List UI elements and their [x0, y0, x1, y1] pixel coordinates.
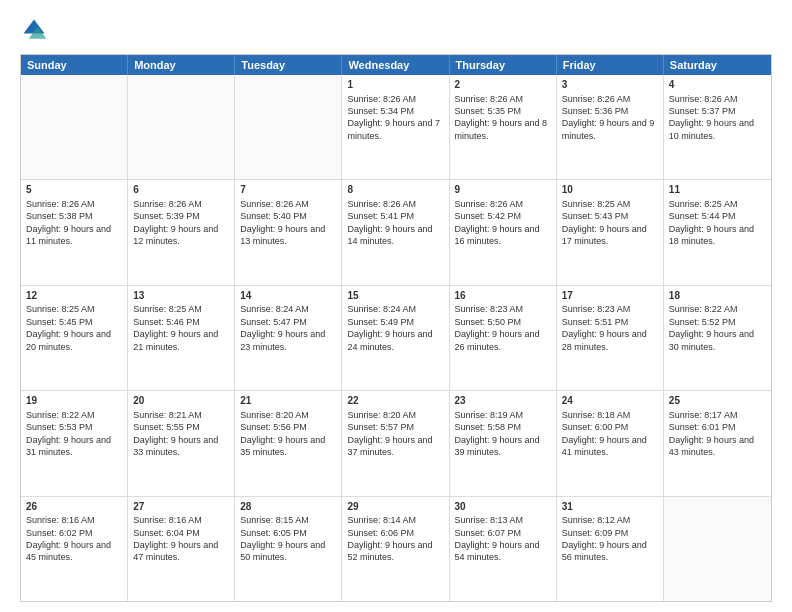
day-number: 12: [26, 289, 122, 303]
day-content: Sunrise: 8:17 AM Sunset: 6:01 PM Dayligh…: [669, 409, 766, 459]
header: [20, 16, 772, 44]
day-number: 6: [133, 183, 229, 197]
day-content: Sunrise: 8:12 AM Sunset: 6:09 PM Dayligh…: [562, 514, 658, 564]
day-number: 14: [240, 289, 336, 303]
day-cell-29: 29Sunrise: 8:14 AM Sunset: 6:06 PM Dayli…: [342, 497, 449, 601]
weekday-header-sunday: Sunday: [21, 55, 128, 75]
day-cell-23: 23Sunrise: 8:19 AM Sunset: 5:58 PM Dayli…: [450, 391, 557, 495]
day-number: 26: [26, 500, 122, 514]
day-number: 16: [455, 289, 551, 303]
day-cell-28: 28Sunrise: 8:15 AM Sunset: 6:05 PM Dayli…: [235, 497, 342, 601]
day-number: 19: [26, 394, 122, 408]
day-content: Sunrise: 8:26 AM Sunset: 5:40 PM Dayligh…: [240, 198, 336, 248]
day-cell-5: 5Sunrise: 8:26 AM Sunset: 5:38 PM Daylig…: [21, 180, 128, 284]
day-cell-empty-0-0: [21, 75, 128, 179]
weekday-header-wednesday: Wednesday: [342, 55, 449, 75]
day-number: 5: [26, 183, 122, 197]
day-number: 11: [669, 183, 766, 197]
day-content: Sunrise: 8:22 AM Sunset: 5:52 PM Dayligh…: [669, 303, 766, 353]
day-cell-12: 12Sunrise: 8:25 AM Sunset: 5:45 PM Dayli…: [21, 286, 128, 390]
day-cell-13: 13Sunrise: 8:25 AM Sunset: 5:46 PM Dayli…: [128, 286, 235, 390]
day-cell-8: 8Sunrise: 8:26 AM Sunset: 5:41 PM Daylig…: [342, 180, 449, 284]
day-content: Sunrise: 8:15 AM Sunset: 6:05 PM Dayligh…: [240, 514, 336, 564]
logo-icon: [20, 16, 48, 44]
day-cell-9: 9Sunrise: 8:26 AM Sunset: 5:42 PM Daylig…: [450, 180, 557, 284]
logo: [20, 16, 52, 44]
day-content: Sunrise: 8:21 AM Sunset: 5:55 PM Dayligh…: [133, 409, 229, 459]
day-cell-21: 21Sunrise: 8:20 AM Sunset: 5:56 PM Dayli…: [235, 391, 342, 495]
calendar-row-3: 19Sunrise: 8:22 AM Sunset: 5:53 PM Dayli…: [21, 390, 771, 495]
day-content: Sunrise: 8:18 AM Sunset: 6:00 PM Dayligh…: [562, 409, 658, 459]
day-number: 30: [455, 500, 551, 514]
day-content: Sunrise: 8:19 AM Sunset: 5:58 PM Dayligh…: [455, 409, 551, 459]
day-content: Sunrise: 8:16 AM Sunset: 6:02 PM Dayligh…: [26, 514, 122, 564]
day-content: Sunrise: 8:25 AM Sunset: 5:43 PM Dayligh…: [562, 198, 658, 248]
weekday-header-saturday: Saturday: [664, 55, 771, 75]
day-content: Sunrise: 8:26 AM Sunset: 5:37 PM Dayligh…: [669, 93, 766, 143]
day-content: Sunrise: 8:14 AM Sunset: 6:06 PM Dayligh…: [347, 514, 443, 564]
day-content: Sunrise: 8:20 AM Sunset: 5:57 PM Dayligh…: [347, 409, 443, 459]
day-number: 31: [562, 500, 658, 514]
weekday-header-friday: Friday: [557, 55, 664, 75]
day-cell-26: 26Sunrise: 8:16 AM Sunset: 6:02 PM Dayli…: [21, 497, 128, 601]
day-cell-22: 22Sunrise: 8:20 AM Sunset: 5:57 PM Dayli…: [342, 391, 449, 495]
day-cell-17: 17Sunrise: 8:23 AM Sunset: 5:51 PM Dayli…: [557, 286, 664, 390]
day-number: 23: [455, 394, 551, 408]
day-cell-6: 6Sunrise: 8:26 AM Sunset: 5:39 PM Daylig…: [128, 180, 235, 284]
day-cell-25: 25Sunrise: 8:17 AM Sunset: 6:01 PM Dayli…: [664, 391, 771, 495]
day-content: Sunrise: 8:26 AM Sunset: 5:35 PM Dayligh…: [455, 93, 551, 143]
day-content: Sunrise: 8:16 AM Sunset: 6:04 PM Dayligh…: [133, 514, 229, 564]
day-content: Sunrise: 8:24 AM Sunset: 5:49 PM Dayligh…: [347, 303, 443, 353]
day-number: 7: [240, 183, 336, 197]
day-number: 9: [455, 183, 551, 197]
day-cell-20: 20Sunrise: 8:21 AM Sunset: 5:55 PM Dayli…: [128, 391, 235, 495]
day-number: 15: [347, 289, 443, 303]
day-cell-empty-0-1: [128, 75, 235, 179]
day-content: Sunrise: 8:26 AM Sunset: 5:36 PM Dayligh…: [562, 93, 658, 143]
calendar-header: SundayMondayTuesdayWednesdayThursdayFrid…: [21, 55, 771, 75]
day-content: Sunrise: 8:26 AM Sunset: 5:42 PM Dayligh…: [455, 198, 551, 248]
day-number: 22: [347, 394, 443, 408]
day-cell-14: 14Sunrise: 8:24 AM Sunset: 5:47 PM Dayli…: [235, 286, 342, 390]
day-cell-16: 16Sunrise: 8:23 AM Sunset: 5:50 PM Dayli…: [450, 286, 557, 390]
day-content: Sunrise: 8:23 AM Sunset: 5:50 PM Dayligh…: [455, 303, 551, 353]
day-content: Sunrise: 8:25 AM Sunset: 5:44 PM Dayligh…: [669, 198, 766, 248]
day-content: Sunrise: 8:24 AM Sunset: 5:47 PM Dayligh…: [240, 303, 336, 353]
day-number: 20: [133, 394, 229, 408]
weekday-header-monday: Monday: [128, 55, 235, 75]
day-cell-1: 1Sunrise: 8:26 AM Sunset: 5:34 PM Daylig…: [342, 75, 449, 179]
day-cell-27: 27Sunrise: 8:16 AM Sunset: 6:04 PM Dayli…: [128, 497, 235, 601]
day-number: 27: [133, 500, 229, 514]
calendar: SundayMondayTuesdayWednesdayThursdayFrid…: [20, 54, 772, 602]
day-content: Sunrise: 8:22 AM Sunset: 5:53 PM Dayligh…: [26, 409, 122, 459]
day-content: Sunrise: 8:26 AM Sunset: 5:38 PM Dayligh…: [26, 198, 122, 248]
day-cell-15: 15Sunrise: 8:24 AM Sunset: 5:49 PM Dayli…: [342, 286, 449, 390]
day-cell-31: 31Sunrise: 8:12 AM Sunset: 6:09 PM Dayli…: [557, 497, 664, 601]
day-content: Sunrise: 8:13 AM Sunset: 6:07 PM Dayligh…: [455, 514, 551, 564]
weekday-header-tuesday: Tuesday: [235, 55, 342, 75]
weekday-header-thursday: Thursday: [450, 55, 557, 75]
day-number: 4: [669, 78, 766, 92]
calendar-row-4: 26Sunrise: 8:16 AM Sunset: 6:02 PM Dayli…: [21, 496, 771, 601]
day-content: Sunrise: 8:26 AM Sunset: 5:39 PM Dayligh…: [133, 198, 229, 248]
day-content: Sunrise: 8:25 AM Sunset: 5:46 PM Dayligh…: [133, 303, 229, 353]
day-cell-18: 18Sunrise: 8:22 AM Sunset: 5:52 PM Dayli…: [664, 286, 771, 390]
calendar-row-2: 12Sunrise: 8:25 AM Sunset: 5:45 PM Dayli…: [21, 285, 771, 390]
day-number: 3: [562, 78, 658, 92]
day-cell-10: 10Sunrise: 8:25 AM Sunset: 5:43 PM Dayli…: [557, 180, 664, 284]
day-cell-empty-4-6: [664, 497, 771, 601]
day-cell-4: 4Sunrise: 8:26 AM Sunset: 5:37 PM Daylig…: [664, 75, 771, 179]
day-number: 18: [669, 289, 766, 303]
day-cell-3: 3Sunrise: 8:26 AM Sunset: 5:36 PM Daylig…: [557, 75, 664, 179]
day-cell-24: 24Sunrise: 8:18 AM Sunset: 6:00 PM Dayli…: [557, 391, 664, 495]
day-number: 2: [455, 78, 551, 92]
day-number: 13: [133, 289, 229, 303]
day-number: 8: [347, 183, 443, 197]
day-content: Sunrise: 8:23 AM Sunset: 5:51 PM Dayligh…: [562, 303, 658, 353]
calendar-row-0: 1Sunrise: 8:26 AM Sunset: 5:34 PM Daylig…: [21, 75, 771, 179]
day-number: 21: [240, 394, 336, 408]
day-number: 10: [562, 183, 658, 197]
day-cell-11: 11Sunrise: 8:25 AM Sunset: 5:44 PM Dayli…: [664, 180, 771, 284]
day-cell-empty-0-2: [235, 75, 342, 179]
day-cell-30: 30Sunrise: 8:13 AM Sunset: 6:07 PM Dayli…: [450, 497, 557, 601]
